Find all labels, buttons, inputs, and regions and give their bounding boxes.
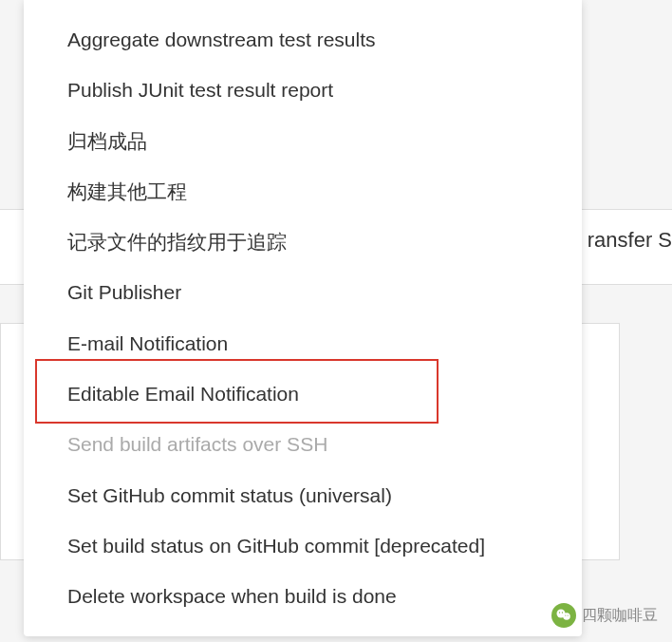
menu-item-record-fingerprints[interactable]: 记录文件的指纹用于追踪: [24, 217, 582, 267]
svg-point-3: [562, 612, 563, 613]
menu-item-publish-junit[interactable]: Publish JUnit test result report: [24, 65, 582, 115]
watermark-text: 四颗咖啡豆: [582, 606, 658, 626]
svg-point-4: [565, 614, 566, 615]
menu-item-delete-workspace[interactable]: Delete workspace when build is done: [24, 571, 582, 621]
svg-point-2: [559, 612, 560, 613]
background-partial-text: ransfer S: [588, 228, 672, 253]
menu-item-archive-artifacts[interactable]: 归档成品: [24, 116, 582, 166]
menu-item-git-publisher[interactable]: Git Publisher: [24, 267, 582, 317]
svg-point-5: [568, 614, 569, 615]
menu-item-github-build-status-deprecated[interactable]: Set build status on GitHub commit [depre…: [24, 520, 582, 571]
post-build-action-menu: Aggregate downstream test results Publis…: [24, 0, 582, 636]
menu-item-aggregate-downstream[interactable]: Aggregate downstream test results: [24, 14, 582, 65]
wechat-icon: [551, 603, 576, 628]
menu-item-editable-email[interactable]: Editable Email Notification: [24, 368, 582, 419]
watermark: 四颗咖啡豆: [551, 603, 658, 628]
menu-item-github-commit-status[interactable]: Set GitHub commit status (universal): [24, 470, 582, 520]
svg-point-1: [563, 613, 570, 620]
menu-item-build-other-projects[interactable]: 构建其他工程: [24, 166, 582, 217]
menu-item-send-artifacts-ssh[interactable]: Send build artifacts over SSH: [24, 419, 582, 469]
menu-item-email-notification[interactable]: E-mail Notification: [24, 318, 582, 368]
